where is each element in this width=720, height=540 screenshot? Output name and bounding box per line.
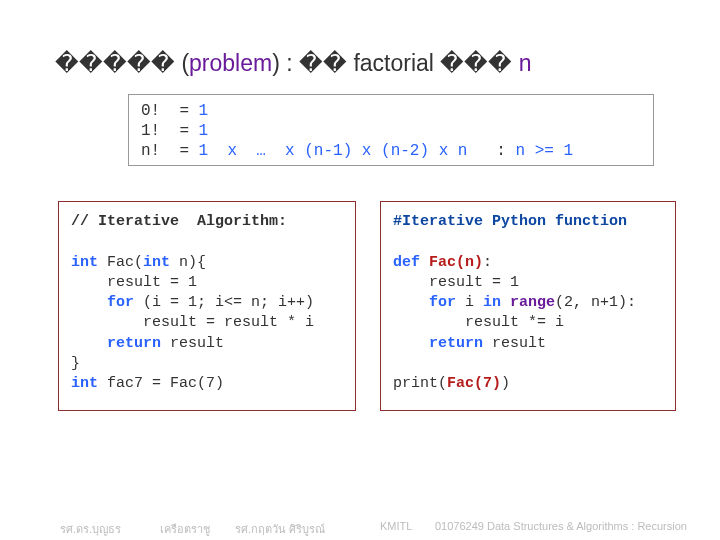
- title-prefix: �����: [55, 50, 181, 76]
- def-r3-c: :: [467, 142, 515, 160]
- iterative-python-code-box: #Iterative Python function def Fac(n): r…: [380, 201, 676, 411]
- title-n: n: [519, 50, 532, 76]
- def-r1-b: 1: [199, 102, 209, 120]
- right-l1b: Fac(n): [429, 254, 483, 271]
- left-l2: result = 1: [71, 274, 197, 291]
- right-l4: result *= i: [393, 314, 564, 331]
- footer-author-1b: เครือตราชู: [160, 520, 210, 538]
- def-row-3: n! = 1 x … x (n-1) x (n-2) x n : n >= 1: [141, 141, 641, 161]
- right-l3f: range: [510, 294, 555, 311]
- right-header: #Iterative Python function: [393, 213, 627, 230]
- def-r3-a: n! =: [141, 142, 199, 160]
- slide-title: ����� (problem) : �� factorial ��� n: [55, 50, 532, 77]
- right-l2: result = 1: [393, 274, 519, 291]
- definition-box: 0! = 1 1! = 1 n! = 1 x … x (n-1) x (n-2)…: [128, 94, 654, 166]
- right-l3d: in: [483, 294, 501, 311]
- left-l5b: return: [107, 335, 161, 352]
- left-l3b: for: [107, 294, 134, 311]
- right-l3g: (2, n+1):: [555, 294, 636, 311]
- def-r2-a: 1! =: [141, 122, 199, 140]
- right-l6c: ): [501, 375, 510, 392]
- right-l5a: [393, 335, 429, 352]
- right-l6b: Fac(7): [447, 375, 501, 392]
- def-row-1: 0! = 1: [141, 101, 641, 121]
- right-l1c: :: [483, 254, 492, 271]
- def-r3-b: 1 x … x (n-1) x (n-2) x n: [199, 142, 468, 160]
- right-l3e: [501, 294, 510, 311]
- footer-org: KMITL: [380, 520, 412, 532]
- right-l3a: [393, 294, 429, 311]
- left-l1a: int: [71, 254, 98, 271]
- footer-author-1: รศ.ดร.บุญธร: [60, 520, 121, 538]
- right-l3b: for: [429, 294, 456, 311]
- left-l5c: result: [161, 335, 224, 352]
- title-problem-word: problem: [189, 50, 272, 76]
- left-l4: result = result * i: [71, 314, 314, 331]
- slide: ����� (problem) : �� factorial ��� n 0! …: [0, 0, 720, 540]
- iterative-c-code-box: // Iterative Algorithm: int Fac(int n){ …: [58, 201, 356, 411]
- right-l1a: def: [393, 254, 429, 271]
- title-paren-close: ): [272, 50, 280, 76]
- title-mid: : �� factorial ���: [280, 50, 519, 76]
- def-row-2: 1! = 1: [141, 121, 641, 141]
- right-l5c: result: [483, 335, 546, 352]
- def-r2-b: 1: [199, 122, 209, 140]
- def-r3-d: n >= 1: [515, 142, 573, 160]
- left-l1c: int: [143, 254, 170, 271]
- left-l6: }: [71, 355, 80, 372]
- footer-author-2: รศ.กฤตวัน ศิริบูรณ์: [235, 520, 325, 538]
- left-l7a: int: [71, 375, 98, 392]
- left-l1d: n){: [170, 254, 206, 271]
- left-l3c: (i = 1; i<= n; i++): [134, 294, 314, 311]
- left-l5a: [71, 335, 107, 352]
- title-paren-open: (: [181, 50, 189, 76]
- def-r1-a: 0! =: [141, 102, 199, 120]
- footer-course: 01076249 Data Structures & Algorithms : …: [435, 520, 687, 532]
- left-header: // Iterative Algorithm:: [71, 213, 287, 230]
- left-l7b: fac7 = Fac(7): [98, 375, 224, 392]
- right-l5b: return: [429, 335, 483, 352]
- left-l3a: [71, 294, 107, 311]
- left-l1b: Fac(: [98, 254, 143, 271]
- right-l3c: i: [456, 294, 483, 311]
- right-l6a: print(: [393, 375, 447, 392]
